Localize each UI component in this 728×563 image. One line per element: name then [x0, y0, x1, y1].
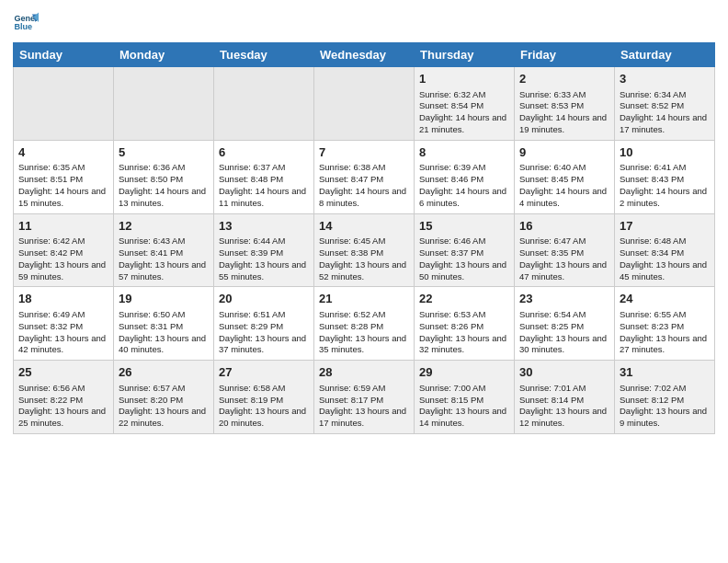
day-info: Sunset: 8:31 PM [119, 321, 209, 333]
day-info: Sunset: 8:12 PM [620, 395, 710, 407]
day-info: Daylight: 14 hours and 11 minutes. [219, 186, 309, 210]
day-info: Sunrise: 6:38 AM [319, 162, 409, 174]
week-row-1: 1Sunrise: 6:32 AMSunset: 8:54 PMDaylight… [14, 67, 715, 141]
day-info: Sunset: 8:52 PM [620, 100, 710, 112]
day-number: 18 [18, 291, 108, 307]
calendar-cell: 19Sunrise: 6:50 AMSunset: 8:31 PMDayligh… [114, 287, 214, 361]
day-info: Sunset: 8:28 PM [319, 321, 409, 333]
day-info: Sunset: 8:29 PM [219, 321, 309, 333]
day-info: Sunrise: 6:44 AM [219, 236, 309, 247]
day-info: Sunrise: 6:36 AM [119, 162, 209, 174]
day-info: Sunset: 8:34 PM [620, 247, 710, 259]
day-info: Daylight: 13 hours and 59 minutes. [18, 259, 108, 283]
day-info: Sunset: 8:45 PM [519, 174, 609, 186]
day-info: Daylight: 13 hours and 17 minutes. [319, 406, 409, 430]
day-info: Sunset: 8:26 PM [419, 321, 509, 333]
calendar-cell: 3Sunrise: 6:34 AMSunset: 8:52 PMDaylight… [615, 67, 715, 141]
calendar-table: SundayMondayTuesdayWednesdayThursdayFrid… [13, 42, 715, 434]
day-info: Daylight: 13 hours and 40 minutes. [119, 333, 209, 357]
day-info: Sunrise: 6:56 AM [18, 383, 108, 395]
calendar-cell: 9Sunrise: 6:40 AMSunset: 8:45 PMDaylight… [515, 140, 615, 213]
calendar-cell: 4Sunrise: 6:35 AMSunset: 8:51 PMDaylight… [14, 140, 114, 213]
weekday-header-row: SundayMondayTuesdayWednesdayThursdayFrid… [14, 43, 715, 67]
calendar-cell [314, 67, 415, 141]
day-info: Daylight: 14 hours and 2 minutes. [620, 186, 710, 210]
day-info: Sunset: 8:51 PM [18, 174, 108, 186]
day-number: 5 [119, 144, 209, 161]
calendar-cell: 18Sunrise: 6:49 AMSunset: 8:32 PMDayligh… [14, 287, 114, 361]
day-info: Sunrise: 6:34 AM [620, 89, 710, 101]
day-number: 26 [119, 364, 209, 381]
day-info: Daylight: 13 hours and 27 minutes. [620, 333, 710, 357]
day-info: Sunrise: 6:45 AM [319, 236, 409, 247]
calendar-cell: 30Sunrise: 7:01 AMSunset: 8:14 PMDayligh… [515, 361, 615, 434]
day-info: Daylight: 13 hours and 22 minutes. [119, 406, 209, 430]
weekday-header-friday: Friday [515, 43, 615, 67]
day-number: 15 [419, 218, 509, 235]
calendar-cell: 8Sunrise: 6:39 AMSunset: 8:46 PMDaylight… [415, 140, 515, 213]
day-number: 4 [18, 144, 108, 161]
day-number: 10 [620, 144, 710, 161]
calendar-cell: 24Sunrise: 6:55 AMSunset: 8:23 PMDayligh… [615, 287, 715, 361]
day-info: Daylight: 14 hours and 8 minutes. [319, 186, 409, 210]
calendar-cell: 20Sunrise: 6:51 AMSunset: 8:29 PMDayligh… [214, 287, 314, 361]
day-info: Sunrise: 6:37 AM [219, 162, 309, 174]
day-number: 29 [419, 364, 509, 381]
weekday-header-saturday: Saturday [615, 43, 715, 67]
day-number: 31 [620, 364, 710, 381]
day-info: Sunrise: 6:59 AM [319, 383, 409, 395]
day-info: Sunset: 8:22 PM [18, 395, 108, 407]
day-info: Daylight: 13 hours and 14 minutes. [419, 406, 509, 430]
day-info: Sunset: 8:41 PM [119, 247, 209, 259]
day-info: Sunrise: 7:01 AM [519, 383, 609, 395]
day-number: 2 [519, 71, 609, 87]
day-number: 13 [219, 218, 309, 235]
day-number: 27 [219, 364, 309, 381]
calendar-cell: 7Sunrise: 6:38 AMSunset: 8:47 PMDaylight… [314, 140, 415, 213]
day-info: Daylight: 13 hours and 37 minutes. [219, 333, 309, 357]
main-container: General Blue SundayMondayTuesdayWednesda… [0, 0, 728, 440]
calendar-cell: 13Sunrise: 6:44 AMSunset: 8:39 PMDayligh… [214, 213, 314, 287]
day-info: Daylight: 13 hours and 32 minutes. [419, 333, 509, 357]
day-info: Sunset: 8:23 PM [620, 321, 710, 333]
day-info: Daylight: 14 hours and 17 minutes. [620, 112, 710, 136]
calendar-cell: 6Sunrise: 6:37 AMSunset: 8:48 PMDaylight… [214, 140, 314, 213]
logo: General Blue [13, 9, 39, 35]
day-number: 3 [620, 71, 710, 87]
week-row-3: 11Sunrise: 6:42 AMSunset: 8:42 PMDayligh… [14, 213, 715, 287]
day-info: Sunrise: 6:57 AM [119, 383, 209, 395]
calendar-cell: 31Sunrise: 7:02 AMSunset: 8:12 PMDayligh… [615, 361, 715, 434]
day-info: Sunset: 8:19 PM [219, 395, 309, 407]
day-info: Daylight: 13 hours and 20 minutes. [219, 406, 309, 430]
day-info: Sunrise: 6:51 AM [219, 309, 309, 321]
day-info: Sunset: 8:32 PM [18, 321, 108, 333]
day-info: Sunset: 8:20 PM [119, 395, 209, 407]
day-info: Daylight: 14 hours and 15 minutes. [18, 186, 108, 210]
day-info: Sunrise: 6:50 AM [119, 309, 209, 321]
day-info: Sunrise: 6:42 AM [18, 236, 108, 247]
week-row-4: 18Sunrise: 6:49 AMSunset: 8:32 PMDayligh… [14, 287, 715, 361]
day-info: Sunrise: 7:00 AM [419, 383, 509, 395]
calendar-cell: 22Sunrise: 6:53 AMSunset: 8:26 PMDayligh… [415, 287, 515, 361]
weekday-header-thursday: Thursday [415, 43, 515, 67]
day-info: Sunrise: 6:33 AM [519, 89, 609, 101]
day-info: Daylight: 13 hours and 25 minutes. [18, 406, 108, 430]
day-info: Daylight: 14 hours and 6 minutes. [419, 186, 509, 210]
day-info: Sunrise: 7:02 AM [620, 383, 710, 395]
day-number: 6 [219, 144, 309, 161]
weekday-header-sunday: Sunday [14, 43, 114, 67]
day-info: Sunrise: 6:46 AM [419, 236, 509, 247]
calendar-cell: 16Sunrise: 6:47 AMSunset: 8:35 PMDayligh… [515, 213, 615, 287]
day-number: 1 [419, 71, 509, 87]
calendar-cell [114, 67, 214, 141]
day-info: Sunset: 8:14 PM [519, 395, 609, 407]
day-info: Daylight: 14 hours and 21 minutes. [419, 112, 509, 136]
calendar-cell: 25Sunrise: 6:56 AMSunset: 8:22 PMDayligh… [14, 361, 114, 434]
day-number: 8 [419, 144, 509, 161]
day-info: Sunset: 8:48 PM [219, 174, 309, 186]
day-info: Daylight: 13 hours and 45 minutes. [620, 259, 710, 283]
day-info: Sunset: 8:42 PM [18, 247, 108, 259]
day-info: Sunset: 8:38 PM [319, 247, 409, 259]
day-info: Daylight: 13 hours and 12 minutes. [519, 406, 609, 430]
day-info: Sunrise: 6:35 AM [18, 162, 108, 174]
